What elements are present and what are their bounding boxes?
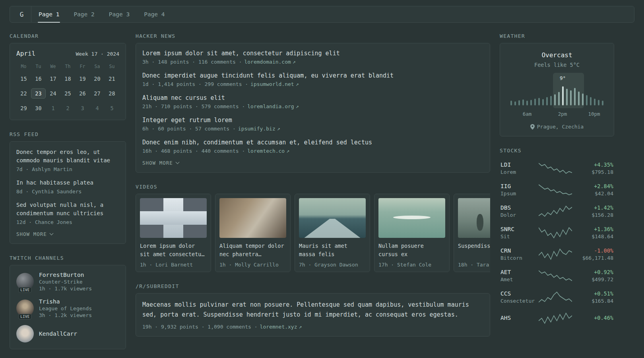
stock-row[interactable]: DBS Dolor +1.42% $156.28	[500, 200, 614, 222]
stock-row[interactable]: CCS Consectetur +0.51% $165.84	[500, 286, 614, 308]
stock-row[interactable]: CRN Bitcorn -1.00% $66,171.48	[500, 243, 614, 265]
weather-peak-label: 9°	[560, 75, 566, 81]
tab-page-1[interactable]: Page 1	[31, 6, 66, 22]
weather-bar	[554, 94, 556, 105]
stock-name: Lorem	[500, 169, 534, 175]
weather-bar	[546, 97, 548, 105]
weather-bar	[570, 90, 572, 105]
tab-page-2[interactable]: Page 2	[66, 6, 101, 22]
subreddit-widget: /R/SUBREDDIT Maecenas mollis pulvinar er…	[136, 283, 490, 337]
hn-item-domain-link[interactable]: ipsumworld.net↗	[250, 81, 299, 87]
subreddit-card: Maecenas mollis pulvinar erat non posuer…	[136, 293, 490, 337]
subreddit-post-title[interactable]: Maecenas mollis pulvinar erat non posuer…	[142, 300, 483, 320]
hn-item-title[interactable]: Donec enim nibh, condimentum et accumsan…	[142, 139, 483, 146]
calendar-day-next-month: 5	[105, 103, 119, 113]
video-card[interactable]: Mauris sit amet massa felis 7h · Grayson…	[295, 194, 370, 272]
weather-bar	[598, 100, 599, 105]
rss-item-title[interactable]: Donec tempor eros leo, ut commodo mauris…	[16, 148, 119, 165]
video-card[interactable]: Nullam posuere cursus ex 17h · Stefan Co…	[374, 194, 450, 272]
calendar-header: CALENDAR	[10, 33, 126, 39]
right-column: WEATHER Overcast Feels like 5°C 9° 6am 2…	[500, 33, 614, 329]
rss-item-meta: 12d · Chance Jones	[16, 219, 119, 225]
twitch-channel-row[interactable]: LIVE ForrestBurton Counter-Strike 1h · 1…	[16, 272, 119, 292]
weekday-label: Sa	[90, 64, 105, 69]
calendar-widget: CALENDAR April Week 17 · 2024 Mo Tu We T…	[10, 33, 126, 120]
hn-item-domain-link[interactable]: ipsumify.biz↗	[238, 126, 280, 132]
hn-item-meta: 6h · 60 points · 57 comments ·	[142, 126, 236, 132]
video-card[interactable]: Lorem ipsum dolor sit amet consectetu… 1…	[136, 194, 211, 272]
stock-sparkline	[539, 312, 572, 325]
video-title: Lorem ipsum dolor sit amet consectetu…	[140, 242, 207, 259]
weather-location: Prague, Czechia	[506, 124, 607, 130]
stocks-widget: STOCKS LDI Lorem +4.35% $795.18 IIG	[500, 148, 614, 329]
live-badge: LIVE	[18, 287, 31, 293]
calendar-day: 29	[16, 103, 31, 113]
hn-item-title[interactable]: Lorem ipsum dolor sit amet, consectetur …	[142, 50, 483, 57]
stock-row[interactable]: SNRC Sit +1.36% $148.64	[500, 222, 614, 243]
calendar-day-next-month: 4	[90, 103, 105, 113]
video-row: Lorem ipsum dolor sit amet consectetu… 1…	[136, 194, 490, 272]
subreddit-domain-link[interactable]: loremnet.xyz↗	[260, 324, 302, 330]
rss-show-more-label: SHOW MORE	[16, 231, 47, 237]
hn-item-domain-link[interactable]: loremdomain.com↗	[244, 59, 295, 65]
twitch-header: TWITCH CHANNELS	[10, 255, 126, 261]
twitch-channel-row[interactable]: LIVE Trisha League of Legends 3h · 1.2k …	[16, 298, 119, 318]
video-card[interactable]: Suspendisse diam 18h · Tara	[454, 194, 490, 272]
stock-change: +0.51%	[577, 290, 613, 297]
weather-bar	[582, 93, 584, 105]
stock-row[interactable]: AET Amet +0.92% $499.72	[500, 265, 614, 286]
external-link-icon: ↗	[296, 81, 299, 87]
hn-item-title[interactable]: Integer eget rutrum lorem	[142, 117, 483, 124]
stock-ticker: IIG	[500, 183, 534, 189]
stocks-list: LDI Lorem +4.35% $795.18 IIG Ipsum	[500, 158, 614, 329]
calendar-day: 17	[46, 74, 60, 84]
channel-name: Trisha	[39, 298, 92, 305]
tab-page-4[interactable]: Page 4	[137, 6, 172, 22]
stocks-header: STOCKS	[500, 148, 614, 154]
twitch-channel-row[interactable]: KendallCarr	[16, 325, 119, 342]
stock-change: -1.00%	[577, 247, 613, 254]
video-card[interactable]: Aliquam tempor dolor nec pharetra… 1h · …	[215, 194, 291, 272]
weather-bar	[562, 86, 564, 105]
video-thumbnail	[140, 198, 207, 238]
hackernews-widget: HACKER NEWS Lorem ipsum dolor sit amet, …	[136, 33, 490, 173]
calendar-day: 28	[105, 88, 119, 99]
app-logo[interactable]: G	[12, 6, 31, 22]
hn-show-more-button[interactable]: SHOW MORE	[142, 160, 179, 166]
stock-price: $66,171.48	[577, 255, 613, 261]
external-link-icon: ↗	[277, 126, 280, 132]
stock-row[interactable]: LDI Lorem +4.35% $795.18	[500, 158, 614, 179]
video-meta: 7h · Grayson Dawson	[299, 262, 366, 268]
stock-ticker: DBS	[500, 204, 534, 211]
rss-item-title[interactable]: In hac habitasse platea	[16, 179, 119, 187]
weather-bar	[534, 99, 536, 105]
rss-show-more-button[interactable]: SHOW MORE	[16, 231, 53, 237]
rss-item-meta: 8d · Cynthia Saunders	[16, 189, 119, 195]
weekday-label: Th	[60, 64, 75, 69]
tab-page-3[interactable]: Page 3	[102, 6, 137, 22]
stock-price: $148.64	[577, 233, 613, 239]
hn-item-domain-link[interactable]: loremlandia.org↗	[247, 103, 299, 109]
calendar-day: 30	[31, 103, 46, 113]
hn-item-title[interactable]: Aliquam nec cursus elit	[142, 94, 483, 101]
stock-row[interactable]: AHS +0.46%	[500, 308, 614, 329]
stock-name: Sit	[500, 233, 534, 239]
weather-bar	[526, 101, 528, 105]
avatar	[16, 325, 34, 342]
hackernews-card: Lorem ipsum dolor sit amet, consectetur …	[136, 43, 490, 173]
channel-meta: 3h · 1.2k viewers	[39, 312, 92, 318]
weather-bar	[542, 99, 544, 105]
hn-item-title[interactable]: Donec imperdiet augue tincidunt felis al…	[142, 72, 483, 79]
stock-name: Amet	[500, 276, 534, 282]
hn-show-more-label: SHOW MORE	[142, 160, 173, 166]
rss-item: In hac habitasse platea 8d · Cynthia Sau…	[16, 179, 119, 195]
calendar-day: 22	[16, 88, 31, 99]
rss-item-title[interactable]: Sed volutpat nulla nisl, a condimentum n…	[16, 201, 119, 218]
stock-change: +2.84%	[577, 183, 613, 189]
video-title: Suspendisse diam	[458, 242, 490, 259]
rss-card: Donec tempor eros leo, ut commodo mauris…	[10, 141, 126, 244]
hn-item-domain-link[interactable]: loremtech.co↗	[247, 148, 289, 154]
calendar-week-year: Week 17 · 2024	[76, 51, 119, 57]
external-link-icon: ↗	[286, 148, 289, 154]
stock-row[interactable]: IIG Ipsum +2.84% $42.04	[500, 179, 614, 200]
